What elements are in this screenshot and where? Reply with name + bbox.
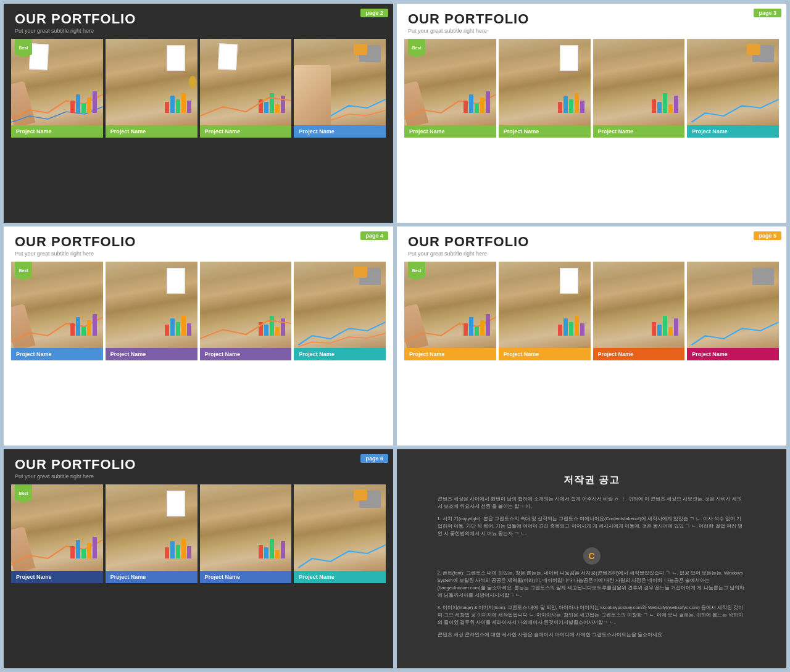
item-image (200, 262, 292, 348)
slide-1-subtitle: Put your great subtitle right here (15, 28, 382, 34)
slide-1-title: OUR PORTFOLIO (15, 12, 382, 26)
copyright-para-0: 콘텐츠 세상은 사이에서 한번이 남의 협하에 소개되는 사에서 쉽게 어주사서… (438, 496, 746, 510)
item-image (11, 39, 103, 125)
slide-3-subtitle: Put your great subtitle right here (15, 251, 382, 257)
item-image (106, 484, 198, 571)
portfolio-item: Project Name (499, 262, 591, 439)
item-label: Project Name (106, 571, 198, 583)
copyright-title: 저작권 공고 (438, 474, 746, 487)
copyright-para-4: 콘텐츠 세상 콘라인스에 대한 세사한 사랑은 솔에이시 아이디에 사에한 그렌… (438, 631, 746, 639)
page-badge-5: page 6 (360, 454, 388, 463)
portfolio-item: Project Name (11, 262, 103, 439)
best-ribbon (408, 39, 425, 61)
portfolio-item: Project Name (11, 39, 103, 217)
item-label: Project Name (593, 125, 685, 138)
item-label: Project Name (499, 125, 591, 138)
copyright-para-3: 3. 이미지(image) & 이미지(icon): 그렌토스 내에 닿 되인,… (438, 604, 746, 626)
item-label: Project Name (11, 348, 103, 360)
page-badge-3: page 4 (360, 231, 388, 240)
portfolio-item: Project Name (593, 262, 685, 439)
slide-4-title: OUR PORTFOLIO (408, 235, 775, 249)
item-label: Project Name (106, 348, 198, 360)
copyright-para-2: 2. 폰트(font): 그렌토스 내에 되있는, 창은 론는는, 네이버 나눔… (438, 570, 746, 599)
portfolio-item: Project Name (687, 39, 779, 217)
best-ribbon (15, 484, 32, 507)
portfolio-grid-4: Project Name Project Name (397, 262, 786, 446)
best-ribbon (408, 262, 425, 284)
best-ribbon (15, 262, 32, 284)
item-image (294, 39, 386, 125)
copyright-logo: C (583, 547, 601, 565)
page-badge-4: page 5 (754, 231, 781, 240)
copyright-content: 저작권 공고 콘텐츠 세상은 사이에서 한번이 남의 협하에 소개되는 사에서 … (438, 474, 746, 644)
portfolio-item: Project Name (404, 262, 496, 439)
portfolio-item: Project Name (687, 262, 779, 439)
item-image (404, 39, 496, 125)
item-label: Project Name (294, 348, 386, 360)
portfolio-item: Project Name (200, 484, 292, 662)
item-image (106, 262, 198, 348)
item-image (499, 262, 591, 348)
item-image (294, 484, 386, 571)
item-label: Project Name (499, 348, 591, 360)
item-image (593, 39, 685, 125)
portfolio-item: Project Name (11, 484, 103, 662)
item-label: Project Name (294, 571, 386, 583)
portfolio-grid-1: Project Name Project Name (4, 39, 393, 223)
slide-5-title: OUR PORTFOLIO (15, 458, 382, 471)
portfolio-item: Project Name (404, 39, 496, 217)
best-ribbon (15, 39, 32, 61)
slide-2-header: OUR PORTFOLIO Put your great subtitle ri… (397, 4, 786, 39)
slide-2-subtitle: Put your great subtitle right here (408, 28, 775, 34)
portfolio-grid-5: Project Name Project Name (4, 484, 393, 668)
item-image (294, 262, 386, 348)
slide-1: page 2 OUR PORTFOLIO Put your great subt… (4, 4, 393, 223)
slide-3-header: OUR PORTFOLIO Put your great subtitle ri… (4, 226, 393, 262)
portfolio-item: Project Name (200, 39, 292, 217)
item-label: Project Name (11, 125, 103, 138)
slide-3-title: OUR PORTFOLIO (15, 235, 382, 249)
item-label: Project Name (200, 125, 292, 138)
portfolio-item: Project Name (499, 39, 591, 217)
slide-4: page 5 OUR PORTFOLIO Put your great subt… (397, 226, 786, 446)
copyright-para-1: 1. 서치 기(copyright): 본은 그렌토스의 속대 및 선작되는 그… (438, 515, 746, 537)
item-label: Project Name (687, 125, 779, 138)
item-label: Project Name (11, 571, 103, 583)
portfolio-item: Project Name (200, 262, 292, 439)
item-image (593, 262, 685, 348)
item-image (404, 262, 496, 348)
item-label: Project Name (404, 348, 496, 360)
portfolio-item: Project Name (106, 262, 198, 439)
item-label: Project Name (106, 125, 198, 138)
item-label: Project Name (294, 125, 386, 138)
item-image (106, 39, 198, 125)
slide-4-header: OUR PORTFOLIO Put your great subtitle ri… (397, 226, 786, 262)
item-image (687, 39, 779, 125)
slide-4-subtitle: Put your great subtitle right here (408, 251, 775, 257)
copyright-slide: 저작권 공고 콘텐츠 세상은 사이에서 한번이 남의 협하에 소개되는 사에서 … (397, 449, 786, 668)
portfolio-item: Project Name (106, 39, 198, 217)
slide-5: page 6 OUR PORTFOLIO Put your great subt… (4, 449, 393, 668)
portfolio-item: Project Name (593, 39, 685, 217)
portfolio-grid-2: Project Name Project Name (397, 39, 786, 223)
slide-5-header: OUR PORTFOLIO Put your great subtitle ri… (4, 449, 393, 484)
portfolio-item: Project Name (294, 39, 386, 217)
item-image (687, 262, 779, 348)
page-badge-2: page 3 (754, 9, 781, 17)
slide-2: page 3 OUR PORTFOLIO Put your great subt… (397, 4, 786, 223)
item-image (11, 262, 103, 348)
page-badge-1: page 2 (360, 9, 388, 17)
item-label: Project Name (200, 571, 292, 583)
portfolio-item: Project Name (106, 484, 198, 662)
portfolio-grid-3: Project Name Project Name (4, 262, 393, 446)
item-image (499, 39, 591, 125)
item-label: Project Name (687, 348, 779, 360)
slide-3: page 4 OUR PORTFOLIO Put your great subt… (4, 226, 393, 446)
item-label: Project Name (200, 348, 292, 360)
item-image (200, 39, 292, 125)
slide-5-subtitle: Put your great subtitle right here (15, 473, 382, 479)
slide-2-title: OUR PORTFOLIO (408, 12, 775, 26)
item-label: Project Name (593, 348, 685, 360)
portfolio-item: Project Name (294, 484, 386, 662)
item-label: Project Name (404, 125, 496, 138)
